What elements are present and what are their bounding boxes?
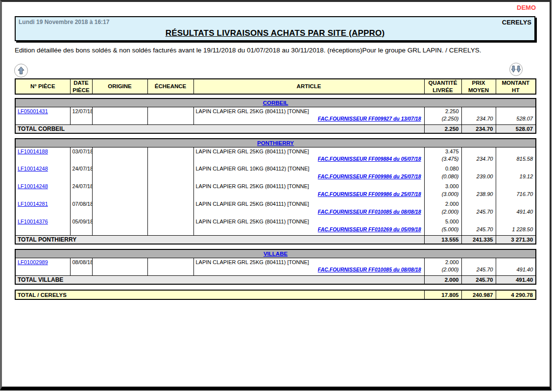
qty-cell: 3.000: [424, 182, 461, 191]
montant-cell: 528.07: [496, 116, 536, 124]
article-cell: LAPIN CLAPIER GRL 10KG (804112) [TONNE]: [193, 165, 424, 173]
section-total-label: TOTAL CORBEIL: [15, 124, 424, 133]
facture-cell: FAC.FOURNISSEUR FF009986 du 25/07/18: [193, 191, 424, 200]
qty-cell: 2.000: [424, 200, 461, 209]
montant-cell: 491.40: [496, 267, 536, 275]
qty-invoiced-cell: (2.000): [424, 209, 461, 218]
montant-cell: 716.70: [496, 191, 536, 200]
piece-link[interactable]: LF01002989: [18, 259, 48, 265]
article-cell: LAPIN CLAPIER GRL 25KG (804111) [TONNE]: [193, 218, 424, 226]
piece-link[interactable]: LF10014248: [18, 183, 48, 189]
origine-cell: [92, 200, 147, 218]
origine-cell: [92, 107, 147, 124]
piece-link[interactable]: LF05001431: [18, 108, 48, 114]
date-cell: 24/07/18: [70, 165, 92, 182]
facture-link[interactable]: FAC.FOURNISSEUR FF010269 du 05/09/18: [318, 226, 421, 232]
report-datetime: Lundi 19 Novembre 2018 à 16:17: [19, 19, 109, 25]
article-cell: LAPIN CLAPIER GRL 25KG (804111) [TONNE]: [193, 200, 424, 209]
montant-cell: 491.40: [496, 209, 536, 218]
grand-total-montant: 4 290.78: [496, 290, 536, 299]
qty-invoiced-cell: (2.000): [424, 267, 461, 275]
grand-total-qty: 17.805: [424, 290, 461, 299]
facture-link[interactable]: FAC.FOURNISSEUR FF009986 du 25/07/18: [318, 191, 421, 197]
section-total-montant: 3 271.30: [496, 235, 536, 244]
qty-cell: 2.000: [424, 258, 461, 267]
section-total-montant: 528.07: [496, 124, 536, 133]
section-total-label: TOTAL PONTHIERRY: [15, 235, 424, 244]
demo-watermark: DEMO: [517, 4, 536, 11]
piece-link[interactable]: LF10014376: [18, 219, 48, 224]
column-header-4: ARTICLE: [193, 79, 424, 94]
column-header-5: QUANTITÉ LIVRÉE: [424, 79, 461, 94]
montant-cell: 1 228.50: [496, 226, 536, 235]
prix-cell-empty: [461, 107, 496, 116]
section-bar: PONTHIERRY: [15, 139, 536, 147]
montant-cell-empty: [496, 107, 536, 116]
qty-cell: 2.250: [424, 107, 461, 116]
article-cell: LAPIN CLAPIER GRL 25KG (804111) [TONNE]: [193, 258, 424, 267]
section-link[interactable]: VILLABE: [264, 251, 288, 257]
echeance-cell: [147, 200, 193, 218]
facture-link[interactable]: FAC.FOURNISSEUR FF009986 du 25/07/18: [318, 173, 421, 179]
section-villabe: VILLABELF0100298908/08/18LAPIN CLAPIER G…: [15, 249, 536, 285]
article-cell: LAPIN CLAPIER GRL 25KG (804111) [TONNE]: [193, 107, 424, 116]
date-cell: 08/08/18: [70, 258, 92, 275]
montant-cell-empty: [496, 182, 536, 191]
montant-cell-empty: [496, 147, 536, 156]
piece-link[interactable]: LF10014248: [18, 166, 48, 172]
article-cell: LAPIN CLAPIER GRL 25KG (804111) [TONNE]: [193, 182, 424, 191]
report-subtitle: Edition détaillée des bons soldés & non …: [15, 47, 481, 54]
origine-cell: [92, 165, 147, 182]
facture-cell: FAC.FOURNISSEUR FF010269 du 05/09/18: [193, 226, 424, 235]
article-cell: LAPIN CLAPIER GRL 25KG (804111) [TONNE]: [193, 147, 424, 156]
piece-cell: LF10014248: [15, 182, 70, 200]
date-cell: 07/08/18: [70, 200, 92, 218]
facture-cell: FAC.FOURNISSEUR FF009927 du 13/07/18: [193, 116, 424, 124]
scroll-up-icon[interactable]: [14, 64, 28, 77]
montant-cell-empty: [496, 200, 536, 209]
column-header-2: ORIGINE: [92, 79, 147, 94]
section-total-label: TOTAL VILLABE: [15, 275, 424, 284]
facture-cell: FAC.FOURNISSEUR FF009986 du 25/07/18: [193, 173, 424, 182]
echeance-cell: [147, 182, 193, 200]
echeance-cell: [147, 165, 193, 182]
report-title: RÉSULTATS LIVRAISONS ACHATS PAR SITE (AP…: [16, 28, 534, 38]
origine-cell: [92, 258, 147, 275]
prix-cell-empty: [461, 147, 496, 156]
facture-cell: FAC.FOURNISSEUR FF010085 du 08/08/18: [193, 209, 424, 218]
date-cell: 03/07/18: [70, 147, 92, 165]
section-bar: VILLABE: [15, 249, 536, 258]
qty-invoiced-cell: (0.080): [424, 173, 461, 182]
facture-link[interactable]: FAC.FOURNISSEUR FF010085 du 08/08/18: [318, 209, 421, 215]
scroll-down-icon[interactable]: [509, 63, 523, 76]
section-link[interactable]: PONTHIERRY: [257, 140, 294, 146]
qty-invoiced-cell: (2.250): [424, 116, 461, 124]
sections-host: CORBEILLF0500143112/07/18LAPIN CLAPIER G…: [15, 98, 535, 285]
qty-cell: 5.000: [424, 218, 461, 226]
column-header-1: DATE PIÈCE: [70, 79, 92, 94]
section-link[interactable]: CORBEIL: [263, 100, 289, 106]
origine-cell: [92, 182, 147, 200]
prix-cell: 245.70: [461, 267, 496, 275]
piece-cell: LF10014188: [15, 147, 70, 165]
piece-link[interactable]: LF10014281: [18, 201, 48, 207]
prix-cell: 238.90: [461, 191, 496, 200]
piece-cell: LF10014376: [15, 218, 70, 235]
prix-cell: 239.00: [461, 173, 496, 182]
column-header-0: N° PIÈCE: [15, 79, 70, 94]
echeance-cell: [147, 107, 193, 124]
section-corbeil: CORBEILLF0500143112/07/18LAPIN CLAPIER G…: [15, 98, 536, 134]
qty-invoiced-cell: (3.000): [424, 191, 461, 200]
prix-cell: 234.70: [461, 116, 496, 124]
section-total-prix: 245.70: [461, 275, 496, 284]
facture-link[interactable]: FAC.FOURNISSEUR FF010085 du 08/08/18: [318, 267, 421, 272]
prix-cell: 245.70: [461, 209, 496, 218]
report-header-box: Lundi 19 Novembre 2018 à 16:17 CERELYS R…: [15, 16, 535, 41]
facture-link[interactable]: FAC.FOURNISSEUR FF009884 du 05/07/18: [318, 156, 421, 162]
piece-link[interactable]: LF10014188: [18, 148, 48, 154]
prix-cell-empty: [461, 182, 496, 191]
facture-link[interactable]: FAC.FOURNISSEUR FF009927 du 13/07/18: [318, 116, 421, 122]
echeance-cell: [147, 147, 193, 165]
column-header-6: PRIX MOYEN: [461, 79, 496, 94]
qty-cell: 0.080: [424, 165, 461, 173]
